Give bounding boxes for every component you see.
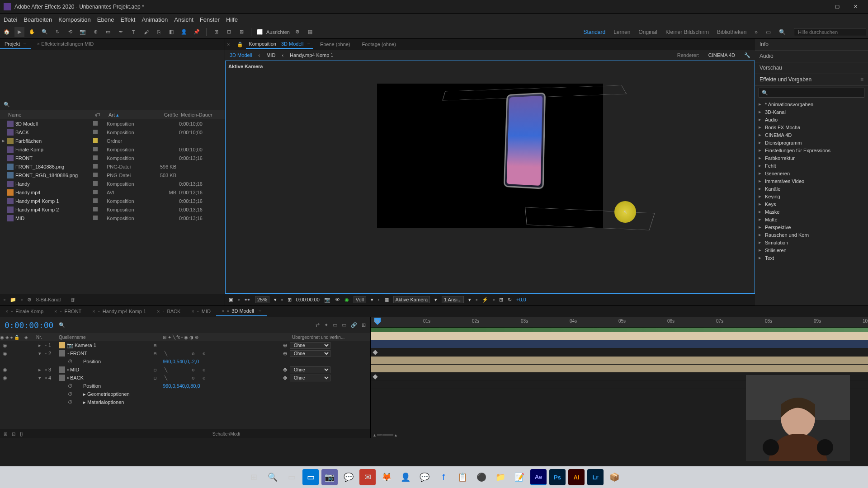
effect-category[interactable]: ▸Matte	[755, 216, 868, 223]
taskbar-app-9[interactable]: 📋	[454, 469, 471, 485]
effect-category[interactable]: ▸* Animationsvorgaben	[755, 100, 868, 108]
taskbar-notepad[interactable]: 📝	[511, 469, 528, 485]
menu-komposition[interactable]: Komposition	[58, 16, 91, 23]
effect-category[interactable]: ▸Text	[755, 254, 868, 262]
timeline-layer[interactable]: ◉▾▫ 4▫ BACK⊞ ╲ ⊙ ⊙⊚Ohne	[0, 374, 370, 382]
help-search-input[interactable]	[794, 28, 866, 36]
layer-bar[interactable]	[371, 332, 868, 340]
timeline-zoom-slider[interactable]: ▴ ━○━━━━ ▴	[373, 432, 397, 437]
brain-icon[interactable]: ⊞	[362, 322, 366, 328]
workspace-overflow-icon[interactable]: »	[755, 29, 758, 35]
taskbar-illustrator[interactable]: Ai	[568, 469, 585, 485]
effect-category[interactable]: ▸Einstellungen für Expressions	[755, 146, 868, 154]
exposure-value[interactable]: +0,0	[516, 297, 526, 302]
selection-tool[interactable]: ▶	[14, 27, 24, 37]
project-item[interactable]: Finale KompKomposition0:00:10;00	[0, 145, 225, 154]
snap-checkbox[interactable]	[257, 29, 263, 35]
brace-icon[interactable]: {}	[20, 432, 23, 436]
eraser-tool[interactable]: ◧	[166, 27, 176, 37]
taskbar-whatsapp[interactable]: 💬	[340, 469, 357, 485]
timeline-icon[interactable]: ▫	[493, 297, 495, 302]
tab-composition[interactable]: Komposition 3D Modell ≡	[246, 40, 313, 49]
zoom-tool[interactable]: 🔍	[40, 27, 50, 37]
toggle-switches-icon[interactable]: ⊞	[4, 432, 7, 436]
timeline-layer[interactable]: ◉▸▫ 3▫ MID⊞ ╲ ⊙ ⊙⊚Ohne	[0, 366, 370, 374]
timeline-search-icon[interactable]: 🔍	[59, 322, 65, 328]
comp-tab-lock-icon[interactable]: 🔒	[237, 42, 243, 47]
workspace-reset-icon[interactable]: ▭	[766, 29, 771, 35]
zoom-dropdown[interactable]: 25%	[255, 296, 269, 303]
adjust-icon[interactable]: ⚙	[27, 297, 32, 303]
work-area-bar[interactable]	[371, 328, 868, 332]
effect-category[interactable]: ▸Dienstprogramm	[755, 139, 868, 146]
local-axis-icon[interactable]: ⊞	[211, 27, 221, 37]
roi-icon[interactable]: ▫	[378, 297, 380, 302]
frame-blend-icon[interactable]: ✦	[324, 322, 328, 328]
effect-category[interactable]: ▸Perspektive	[755, 223, 868, 231]
tab-footage[interactable]: Footage (ohne)	[358, 40, 401, 48]
layer-bar[interactable]	[371, 365, 868, 373]
preview-time[interactable]: 0:00:00:00	[296, 297, 320, 302]
transparency-icon[interactable]: ▦	[384, 297, 389, 303]
views-dropdown[interactable]: 1 Ansi...	[442, 296, 464, 303]
panel-info[interactable]: Info	[755, 39, 868, 51]
type-tool[interactable]: T	[128, 27, 138, 37]
mask-icon[interactable]: 👓	[244, 297, 250, 303]
fast-preview-icon[interactable]: ⚡	[482, 297, 488, 303]
timeline-tab[interactable]: ×▫Handy.mp4 Komp 1	[87, 307, 151, 316]
project-item[interactable]: ▸FarbflächenOrdner	[0, 136, 225, 145]
breadcrumb-item[interactable]: MID	[266, 52, 275, 58]
alpha-toggle-icon[interactable]: ▣	[229, 297, 233, 303]
layer-property[interactable]: ⏱▸ Geometrieoptionen	[0, 390, 370, 398]
effect-category[interactable]: ▸Kanäle	[755, 185, 868, 192]
close-button[interactable]: ✕	[846, 0, 864, 14]
menu-effekt[interactable]: Effekt	[120, 16, 135, 23]
snap-grid-icon[interactable]: ▦	[305, 27, 315, 37]
channel-icon[interactable]: ▫	[238, 297, 240, 302]
taskbar-firefox[interactable]: 🦊	[378, 469, 395, 485]
project-item[interactable]: 3D ModellKomposition0:00:10;00	[0, 119, 225, 128]
effect-category[interactable]: ▸Maske	[755, 208, 868, 216]
reset-exposure-icon[interactable]: ↻	[508, 297, 512, 303]
timeline-tab[interactable]: ×▫BACK	[151, 307, 186, 316]
grid-icon[interactable]: ⊞	[288, 297, 292, 303]
comp-tab-close-icon[interactable]: ×	[227, 42, 230, 47]
res-icon[interactable]: ▫	[281, 297, 283, 302]
layer-bar[interactable]	[371, 340, 868, 348]
color-mgmt-icon[interactable]: ◉	[344, 297, 349, 303]
world-axis-icon[interactable]: ⊡	[224, 27, 234, 37]
puppet-tool[interactable]: 📌	[192, 27, 202, 37]
tab-ebene[interactable]: Ebene (ohne)	[316, 40, 355, 48]
show-snapshot-icon[interactable]: 👁	[335, 297, 340, 302]
effect-category[interactable]: ▸Fehlt	[755, 162, 868, 169]
camera-tool[interactable]: 📷	[78, 27, 88, 37]
taskbar-app-1[interactable]: ▭	[302, 469, 319, 485]
new-folder-icon[interactable]: 📁	[10, 297, 16, 303]
trash-icon[interactable]: 🗑	[71, 297, 75, 302]
bit-depth-button[interactable]: 8-Bit-Kanal	[36, 297, 61, 302]
menu-hilfe[interactable]: Hilfe	[226, 16, 238, 23]
timeline-tab[interactable]: ×▫FRONT	[49, 307, 87, 316]
clone-tool[interactable]: ⎘	[154, 27, 164, 37]
snap-opts-icon[interactable]: ⚙	[292, 27, 302, 37]
project-item[interactable]: BACKKomposition0:00:10;00	[0, 128, 225, 136]
orbit-tool[interactable]: ↻	[52, 27, 62, 37]
taskbar-obs[interactable]: ⚫	[473, 469, 490, 485]
pixel-aspect-icon[interactable]: ▫	[476, 297, 477, 302]
taskbar-app-4[interactable]: ✉	[359, 469, 376, 485]
draft3d-icon[interactable]: 🔗	[351, 322, 357, 328]
snapshot-icon[interactable]: 📷	[324, 297, 330, 303]
project-item[interactable]: FRONTKomposition0:00:13;16	[0, 154, 225, 162]
project-item[interactable]: MIDKomposition0:00:13;16	[0, 214, 225, 222]
shape-tool[interactable]: ▭	[103, 27, 113, 37]
layer-property[interactable]: ⏱Position960,0,540,0,80,0	[0, 382, 370, 390]
timeline-tab[interactable]: ×▫MID	[186, 307, 216, 316]
effect-category[interactable]: ▸Keying	[755, 192, 868, 200]
tag-column-icon[interactable]: 🏷	[95, 112, 108, 117]
roto-tool[interactable]: 👤	[179, 27, 189, 37]
taskbar-explorer[interactable]: 📁	[492, 469, 509, 485]
interpret-icon[interactable]: ▫	[4, 297, 5, 302]
layer-property[interactable]: ⏱▸ Materialoptionen	[0, 398, 370, 406]
effect-category[interactable]: ▸Simulation	[755, 239, 868, 246]
hand-tool[interactable]: ✋	[27, 27, 37, 37]
